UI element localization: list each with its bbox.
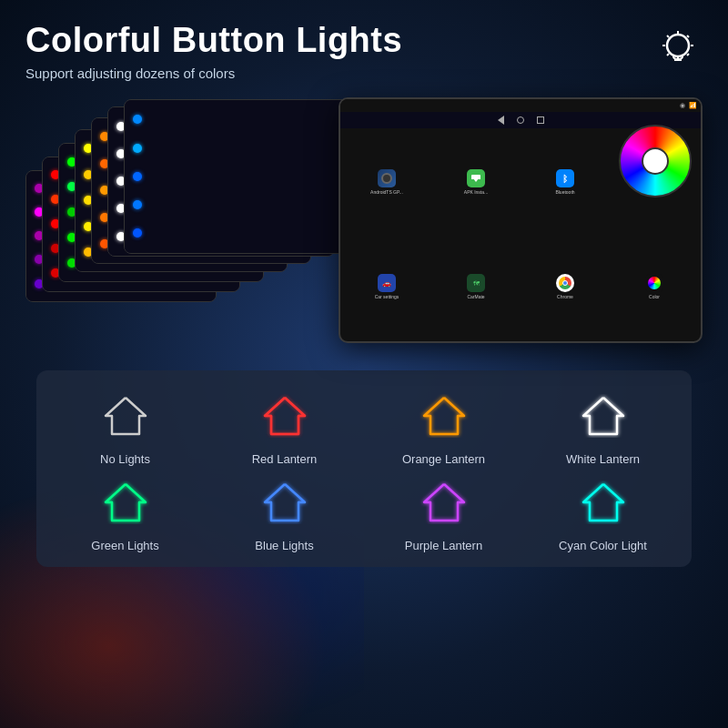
white-lantern-icon — [576, 389, 631, 443]
purple-lantern-label: Purple Lantern — [405, 539, 482, 552]
green-lights-icon — [98, 475, 153, 530]
blue-lights-icon — [258, 475, 312, 530]
color-wheel-center — [642, 147, 669, 175]
light-item-blue[interactable]: Blue Lights — [205, 475, 364, 552]
title-section: Colorful Button Lights Support adjusting… — [25, 22, 402, 81]
recents-nav-icon — [537, 116, 544, 124]
app-androidts: AndroidTS GP... — [344, 132, 430, 233]
green-lights-label: Green Lights — [91, 539, 158, 552]
light-options-panel: No Lights Red Lantern Orange Lantern — [36, 370, 692, 567]
no-lights-label: No Lights — [100, 452, 150, 466]
app-carmate: 🗺 CarMate — [433, 237, 519, 338]
page-title: Colorful Button Lights — [25, 22, 402, 60]
white-lantern-label: White Lantern — [566, 452, 640, 466]
cyan-color-light-label: Cyan Color Light — [559, 539, 647, 552]
page-subtitle: Support adjusting dozens of colors — [25, 66, 402, 81]
top-light-grid: No Lights Red Lantern Orange Lantern — [46, 389, 682, 466]
app-chrome: Chrome — [522, 237, 608, 338]
light-item-orange[interactable]: Orange Lantern — [364, 389, 523, 466]
orange-lantern-label: Orange Lantern — [402, 452, 485, 466]
light-item-red[interactable]: Red Lantern — [205, 389, 364, 466]
app-color: Color — [612, 237, 697, 338]
device-display-area: ◉ 📶 AndroidTS GP... — [25, 97, 703, 361]
svg-line-7 — [687, 35, 689, 37]
red-lantern-label: Red Lantern — [252, 452, 318, 466]
device-stack — [25, 106, 371, 361]
svg-line-8 — [667, 54, 669, 56]
back-nav-icon — [498, 116, 504, 125]
light-item-purple[interactable]: Purple Lantern — [364, 475, 523, 552]
light-item-cyan[interactable]: Cyan Color Light — [523, 475, 682, 552]
light-item-no-lights[interactable]: No Lights — [46, 389, 205, 466]
app-car-settings: 🚗 Car settings — [344, 237, 430, 338]
light-item-white[interactable]: White Lantern — [523, 389, 682, 466]
bulb-icon — [653, 22, 703, 78]
device-top-bar: ◉ 📶 — [340, 99, 701, 112]
app-bluetooth: ᛒ Bluetooth — [522, 132, 608, 233]
no-lights-icon — [98, 389, 153, 443]
svg-line-6 — [667, 35, 669, 37]
light-item-green[interactable]: Green Lights — [46, 475, 205, 552]
svg-point-0 — [667, 35, 689, 56]
main-device: ◉ 📶 AndroidTS GP... — [339, 97, 703, 343]
svg-line-9 — [687, 54, 689, 56]
red-lantern-icon — [258, 389, 312, 443]
home-nav-icon — [517, 116, 524, 124]
bottom-light-grid: Green Lights Blue Lights Purple Lantern — [46, 475, 682, 552]
blue-lights-label: Blue Lights — [255, 539, 313, 552]
cyan-color-light-icon — [576, 475, 631, 530]
header: Colorful Button Lights Support adjusting… — [25, 22, 703, 81]
orange-lantern-icon — [417, 389, 471, 443]
device-card-7 — [124, 99, 359, 254]
purple-lantern-icon — [417, 475, 471, 530]
color-wheel-overlay — [619, 125, 692, 197]
app-apk-install: APK Insta... — [433, 132, 519, 233]
